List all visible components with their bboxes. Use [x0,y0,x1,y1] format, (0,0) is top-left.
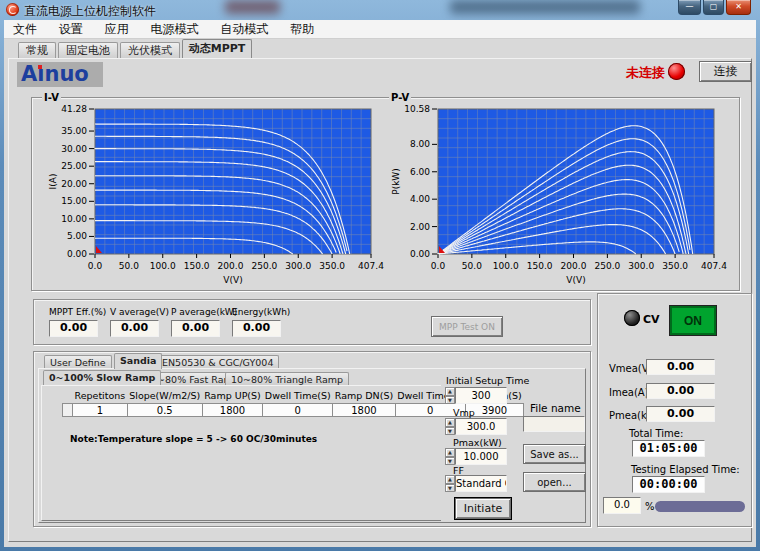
svg-text:50.0: 50.0 [119,261,139,271]
connection-status: 未连接 [601,64,665,82]
mppt-eff-value: 0.00 [49,320,98,337]
save-as-button[interactable]: Save as... [523,444,586,464]
initiate-button[interactable]: Initiate [455,498,511,519]
svg-text:5.00: 5.00 [67,231,87,241]
iv-chart-title: I-V [42,92,61,103]
svg-text:V(V): V(V) [566,275,585,285]
progress-bar [655,501,745,512]
spinner-arrows-icon[interactable]: ▲▼ [445,475,455,492]
pv-chart-title: P-V [389,92,411,103]
initial-setup-time-label: Initial Setup Time [446,375,529,386]
logo-dot [38,65,42,69]
svg-text:250.0: 250.0 [594,261,620,271]
svg-text:300.0: 300.0 [628,261,654,271]
initial-setup-time-input[interactable] [455,387,507,404]
svg-text:10.00: 10.00 [61,214,87,224]
tab-triangle-ramp[interactable]: 10~80% Triangle Ramp [225,372,349,385]
menu-file[interactable]: 文件 [4,20,46,39]
connection-led-icon [668,63,685,80]
v-average-label: V average(V) [110,307,169,317]
svg-text:V(V): V(V) [223,275,242,285]
menu-power-mode[interactable]: 电源模式 [141,20,207,39]
tab-general[interactable]: 常规 [18,42,56,58]
initial-setup-time-field[interactable]: ▲▼ [445,387,507,404]
svg-text:P(kW): P(kW) [391,168,401,195]
imea-label: Imea(A) [609,387,649,398]
sandia-panel: 0~100% Slow Ramp 10~80% Fast Ramp 10~80%… [38,368,586,523]
tab-dynamic-mppt[interactable]: 动态MPPT [182,39,252,58]
table-cell[interactable]: 1 [73,404,128,417]
table-header-cell: Ramp DN(S) [333,390,395,404]
maximize-button[interactable]: ▢ [703,0,724,15]
svg-text:0.0: 0.0 [431,261,446,271]
total-time-label: Total Time: [629,428,683,439]
cv-led-icon [624,310,640,326]
on-button[interactable]: ON [670,306,716,335]
cv-label: CV [643,313,660,326]
tab-sandia[interactable]: Sandia [114,353,162,369]
svg-text:I(A): I(A) [48,174,58,190]
app-window: 直流电源上位机控制软件 — ▢ ✕ 文件 设置 应用 电源模式 自动模式 帮助 … [0,0,760,551]
vmp-field[interactable]: ▲▼ [445,418,507,435]
svg-text:200.0: 200.0 [218,261,244,271]
spinner-arrows-icon[interactable]: ▲▼ [445,418,455,435]
tab-user-define[interactable]: User Define [44,355,112,369]
total-time-value: 01:05:00 [632,440,705,457]
tab-en50530[interactable]: EN50530 & CGC/GY004 [156,355,279,369]
title-bar[interactable]: 直流电源上位机控制软件 — ▢ ✕ [0,0,760,20]
ff-field[interactable]: ▲▼ [445,475,507,492]
spinner-arrows-icon[interactable]: ▲▼ [445,448,455,465]
svg-text:407.4: 407.4 [701,261,727,271]
svg-text:50.0: 50.0 [462,261,482,271]
svg-text:100.0: 100.0 [493,261,519,271]
pmax-field[interactable]: ▲▼ [445,448,507,465]
temperature-note: Note:Temperature slope = 5 -> 60 OC/30mi… [70,434,317,444]
table-cell[interactable]: 1800 [202,404,263,417]
menu-auto-mode[interactable]: 自动模式 [211,20,277,39]
close-button[interactable]: ✕ [726,0,751,15]
mpp-test-on-button[interactable]: MPP Test ON [431,316,503,337]
connect-button[interactable]: 连接 [699,61,752,82]
app-icon [6,3,19,16]
minimize-button[interactable]: — [678,0,701,15]
menu-settings[interactable]: 设置 [50,20,92,39]
table-cell[interactable]: 0 [263,404,333,417]
profile-group: User Define Sandia EN50530 & CGC/GY004 0… [33,351,591,527]
svg-text:350.0: 350.0 [319,261,345,271]
pmax-input[interactable] [455,448,507,465]
tab-pv-mode[interactable]: 光伏模式 [120,42,180,58]
elapsed-time-value: 00:00:00 [632,476,705,493]
spinner-arrows-icon[interactable]: ▲▼ [445,387,455,404]
window-title: 直流电源上位机控制软件 [24,3,156,20]
table-header-stub [63,390,73,404]
svg-text:41.28: 41.28 [61,105,87,114]
svg-text:15.00: 15.00 [61,196,87,206]
menu-application[interactable]: 应用 [96,20,138,39]
dynamic-mppt-page: Aınuo 未连接 连接 I-V P-V 41.2835.0030.0025.0… [8,58,752,542]
svg-text:10.58: 10.58 [404,105,430,114]
p-average-label: P average(kW) [171,307,237,317]
vmea-value: 0.00 [646,359,715,375]
elapsed-time-label: Testing Elapsed Time: [631,464,740,475]
mppt-eff-label: MPPT Eff.(%) [49,307,106,317]
open-button[interactable]: open... [523,472,586,492]
menu-help[interactable]: 帮助 [281,20,323,39]
svg-text:25.00: 25.00 [61,161,87,171]
glass-reflection [225,0,280,14]
svg-text:0.00: 0.00 [410,249,430,259]
stats-group: MPPT Eff.(%) 0.00 V average(V) 0.00 P av… [33,299,591,345]
file-name-input[interactable] [523,416,585,432]
tab-slow-ramp[interactable]: 0~100% Slow Ramp [43,370,161,385]
svg-text:20.00: 20.00 [61,179,87,189]
row-selector[interactable] [63,404,73,417]
svg-text:2.00: 2.00 [410,222,430,232]
ff-input[interactable] [455,475,507,492]
svg-text:6.00: 6.00 [410,167,430,177]
table-header-cell: Dwell Time(S) [263,390,333,404]
v-average-value: 0.00 [110,320,159,337]
table-cell[interactable]: 0.5 [127,404,202,417]
svg-text:300.0: 300.0 [285,261,311,271]
table-cell[interactable]: 1800 [333,404,395,417]
tab-fixed-battery[interactable]: 固定电池 [58,42,118,58]
vmp-input[interactable] [455,418,507,435]
